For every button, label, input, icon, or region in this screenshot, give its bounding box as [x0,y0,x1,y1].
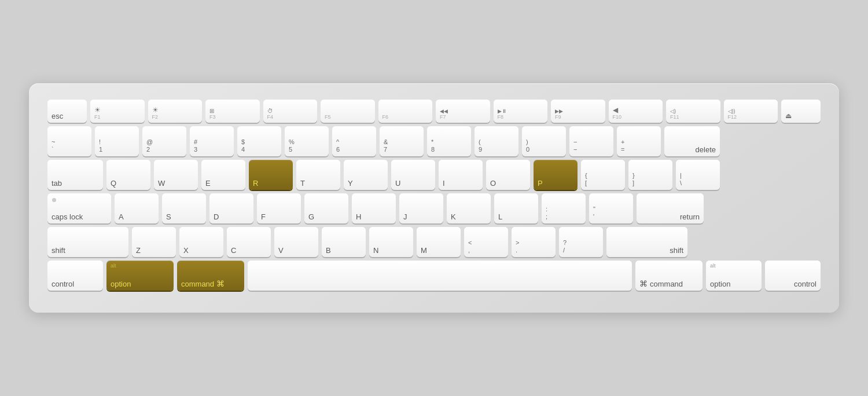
key-y[interactable]: Y [344,160,388,190]
key-space[interactable] [248,261,632,291]
key-tab[interactable]: tab [47,160,103,190]
zxcv-row: shift Z X C V B N M < , [47,227,821,257]
key-return[interactable]: return [637,193,704,223]
key-option-right[interactable]: alt option [706,261,762,291]
key-6[interactable]: ^ 6 [332,126,376,156]
key-f4[interactable]: ⏱ F4 [263,100,318,123]
key-backtick[interactable]: ~ ` [47,126,91,156]
key-q[interactable]: Q [106,160,150,190]
key-f5[interactable]: F5 [321,100,375,123]
key-eject[interactable]: ⏏ [781,100,821,123]
key-shift-left[interactable]: shift [47,227,128,257]
key-o[interactable]: O [486,160,530,190]
key-f11[interactable]: ◁) F11 [666,100,720,123]
key-3[interactable]: # 3 [190,126,234,156]
key-s[interactable]: S [162,193,206,223]
key-1[interactable]: ! 1 [95,126,139,156]
asdf-row: caps lock A S D F G H J K L : [47,193,821,223]
key-delete[interactable]: delete [664,126,720,156]
keyboard: esc ☀ F1 ☀ F2 ⊞ F3 ⏱ F4 F5 F6 ◀◀ F7 ▶⏸ [29,83,839,313]
key-2[interactable]: @ 2 [142,126,186,156]
key-quote[interactable]: " ' [589,193,633,223]
key-x[interactable]: X [179,227,223,257]
key-r[interactable]: R [249,160,293,190]
key-z[interactable]: Z [132,227,176,257]
key-control-left[interactable]: control [47,261,103,291]
fn-row: esc ☀ F1 ☀ F2 ⊞ F3 ⏱ F4 F5 F6 ◀◀ F7 ▶⏸ [47,100,821,123]
key-e[interactable]: E [201,160,245,190]
key-4[interactable]: $ 4 [237,126,281,156]
key-u[interactable]: U [391,160,435,190]
key-f3[interactable]: ⊞ F3 [205,100,260,123]
key-f7[interactable]: ◀◀ F7 [436,100,490,123]
number-row: ~ ` ! 1 @ 2 # 3 $ 4 [47,126,821,156]
key-5[interactable]: % 5 [285,126,329,156]
key-f12[interactable]: ◁)) F12 [724,100,778,123]
key-f8[interactable]: ▶⏸ F8 [494,100,548,123]
key-shift-right[interactable]: shift [606,227,687,257]
key-capslock[interactable]: caps lock [47,193,111,223]
key-k[interactable]: K [447,193,491,223]
key-a[interactable]: A [115,193,159,223]
key-m[interactable]: M [417,227,461,257]
key-c[interactable]: C [227,227,271,257]
key-g[interactable]: G [304,193,348,223]
key-slash[interactable]: ? / [559,227,603,257]
key-command-left[interactable]: command ⌘ [177,261,244,291]
key-n[interactable]: N [369,227,413,257]
key-f1[interactable]: ☀ F1 [90,100,145,123]
key-7[interactable]: & 7 [380,126,424,156]
key-f10[interactable]: ◀ F10 [609,100,663,123]
key-backslash[interactable]: | \ [676,160,720,190]
key-f6[interactable]: F6 [378,100,433,123]
key-esc[interactable]: esc [47,100,87,123]
key-period[interactable]: > . [512,227,556,257]
key-j[interactable]: J [399,193,443,223]
capslock-led [52,198,56,202]
key-b[interactable]: B [322,227,366,257]
key-f2[interactable]: ☀ F2 [148,100,203,123]
key-w[interactable]: W [154,160,198,190]
key-d[interactable]: D [209,193,253,223]
key-comma[interactable]: < , [464,227,508,257]
bottom-row: control alt option command ⌘ ⌘ command a… [47,261,821,291]
key-equals[interactable]: + = [617,126,661,156]
key-8[interactable]: * 8 [427,126,471,156]
key-h[interactable]: H [352,193,396,223]
key-f9[interactable]: ▶▶ F9 [551,100,605,123]
key-i[interactable]: I [439,160,483,190]
key-command-right[interactable]: ⌘ command [635,261,703,291]
key-p[interactable]: P [534,160,578,190]
key-f[interactable]: F [257,193,301,223]
key-lbracket[interactable]: { [ [581,160,625,190]
key-t[interactable]: T [296,160,340,190]
key-l[interactable]: L [494,193,538,223]
key-0[interactable]: ) 0 [522,126,566,156]
key-rbracket[interactable]: } ] [628,160,672,190]
qwerty-row: tab Q W E R T Y U I O P [47,160,821,190]
key-minus[interactable]: − − [569,126,613,156]
key-semicolon[interactable]: : ; [542,193,586,223]
key-9[interactable]: ( 9 [475,126,518,156]
key-control-right[interactable]: control [765,261,821,291]
key-v[interactable]: V [274,227,318,257]
key-option-left[interactable]: alt option [106,261,174,291]
